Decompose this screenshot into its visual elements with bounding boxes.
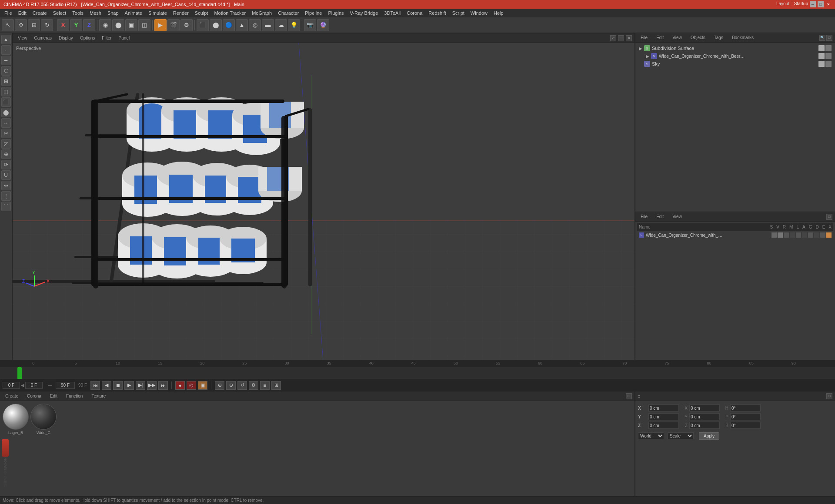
vp-tab-cameras[interactable]: Cameras [32,35,55,41]
tool-move[interactable]: ✥ [15,19,27,31]
coord-x2-input[interactable] [689,405,720,411]
obj-wide-can[interactable]: ▶ N Wide_Can_Organizer_Chrome_with_Beer_… [637,52,833,60]
tool-object-mode[interactable]: ◉ [99,19,111,31]
tool-x[interactable]: X [57,19,69,31]
sb-array[interactable]: ⋮ [1,191,11,201]
tool-z[interactable]: Z [83,19,95,31]
om-tab-tags[interactable]: Tags [711,34,726,41]
pb-timeline-view[interactable]: ≡ [260,381,270,390]
menu-edit[interactable]: Edit [16,10,29,17]
vp-tab-display[interactable]: Display [56,35,76,41]
tool-cone[interactable]: ▲ [236,19,248,31]
maximize-button[interactable]: □ [818,1,824,7]
vp-tab-view[interactable]: View [15,35,30,41]
mat-maximize[interactable]: □ [626,393,632,399]
attr-col-d[interactable] [814,232,819,238]
obj-can-render[interactable] [825,53,832,59]
om-search[interactable]: 🔍 [819,35,825,41]
menu-sculpt[interactable]: Sculpt [192,10,211,17]
am-tab-edit[interactable]: Edit [654,213,666,220]
pb-motion-clip[interactable]: ▣ [198,381,207,390]
sb-object[interactable]: ⬡ [1,66,11,76]
menu-render[interactable]: Render [170,10,191,17]
tool-material[interactable]: 🔮 [317,19,329,31]
viewport[interactable]: View Cameras Display Options Filter Pane… [12,33,635,367]
mat-tab-texture[interactable]: Texture [89,393,108,399]
tool-cylinder[interactable]: 🔵 [223,19,235,31]
material-lager-ball[interactable] [3,404,29,430]
pb-play[interactable]: ▶ [124,381,134,390]
sb-knife[interactable]: ✂ [1,129,11,138]
am-tab-file[interactable]: File [638,213,650,220]
sb-mirror[interactable]: ⇔ [1,181,11,190]
material-lager[interactable]: Lager_B [3,404,29,435]
mat-tab-corona[interactable]: Corona [24,393,44,399]
tool-render-view[interactable]: 🎬 [167,19,180,31]
vp-tab-panel[interactable]: Panel [116,35,133,41]
frame-input-current[interactable] [3,382,20,389]
obj-sky-vis[interactable] [818,61,825,67]
mat-tab-edit[interactable]: Edit [47,393,60,399]
menu-create[interactable]: Create [30,10,50,17]
sb-uv[interactable]: ⊞ [1,76,11,86]
coord-h-input[interactable] [730,405,761,411]
am-maximize[interactable]: □ [826,214,832,220]
attr-col-s[interactable] [772,232,777,238]
attr-col-r[interactable] [784,232,789,238]
pb-record[interactable]: ● [175,381,185,390]
coord-y-input[interactable] [648,413,679,420]
tool-point-mode[interactable]: ⬤ [112,19,124,31]
tool-scale[interactable]: ⊞ [28,19,40,31]
om-tab-file[interactable]: File [638,34,650,41]
material-wide-c[interactable]: Wide_C [30,404,57,435]
menu-mesh[interactable]: Mesh [87,10,104,17]
attr-col-a[interactable] [802,232,807,238]
coord-y2-input[interactable] [689,413,720,420]
attr-col-x[interactable] [826,232,832,238]
attr-col-g[interactable] [808,232,813,238]
tool-sky[interactable]: ☁ [275,19,287,31]
mat-tab-create[interactable]: Create [3,393,21,399]
tool-render-settings[interactable]: ⚙ [180,19,193,31]
tool-plane[interactable]: ▬ [262,19,274,31]
obj-subdivision-surface[interactable]: ▶ S Subdivision Surface [637,44,833,52]
tool-poly-mode[interactable]: ◫ [138,19,150,31]
pb-go-end[interactable]: ⏭ [158,381,168,390]
om-tab-edit[interactable]: Edit [654,34,666,41]
sb-bevel[interactable]: ◸ [1,139,11,149]
coord-z2-input[interactable] [689,422,720,429]
vp-maximize[interactable]: □ [618,35,624,41]
viewport-content[interactable]: X Y Z Perspective Grid Spacing : 10 cm [13,43,635,366]
menu-plugins[interactable]: Plugins [325,10,346,17]
obj-sky[interactable]: ▶ S Sky [637,60,833,68]
sb-extrude[interactable]: ⊕ [1,149,11,159]
pb-auto-key[interactable]: ◎ [187,381,196,390]
menu-help[interactable]: Help [491,10,506,17]
coord-world-dropdown[interactable]: World Object Local [638,432,664,439]
pb-del-key[interactable]: ⊖ [226,381,236,390]
coord-apply-button[interactable]: Apply [699,432,719,440]
om-tab-objects[interactable]: Objects [688,34,708,41]
sb-deform[interactable]: ⌒ [1,202,11,211]
material-wide-c-ball[interactable] [30,404,57,430]
menu-tools[interactable]: Tools [70,10,86,17]
menu-mograph[interactable]: MoGraph [249,10,274,17]
sb-loop-sel[interactable]: ⟳ [1,160,11,169]
attr-row-wide-can[interactable]: N Wide_Can_Organizer_Chrome_with_Beer_Ca… [637,231,833,239]
sb-model[interactable]: ⬛ [1,97,11,107]
sb-point[interactable]: · [1,45,11,55]
am-tab-view[interactable]: View [670,213,685,220]
coord-scale-dropdown[interactable]: Scale [668,432,694,439]
frame-input-2[interactable] [25,382,43,389]
vp-expand[interactable]: ⤢ [610,35,616,41]
sb-texture[interactable]: ◫ [1,87,11,96]
attr-col-m[interactable] [790,232,795,238]
menu-pipeline[interactable]: Pipeline [302,10,324,17]
sb-sculpt[interactable]: ⬤ [1,108,11,117]
menu-snap[interactable]: Snap [105,10,121,17]
close-button[interactable]: ✕ [825,1,832,7]
om-maximize[interactable]: □ [826,35,832,41]
frame-end-input[interactable] [56,382,75,389]
vp-close[interactable]: ✕ [626,35,632,41]
menu-character[interactable]: Character [275,10,301,17]
